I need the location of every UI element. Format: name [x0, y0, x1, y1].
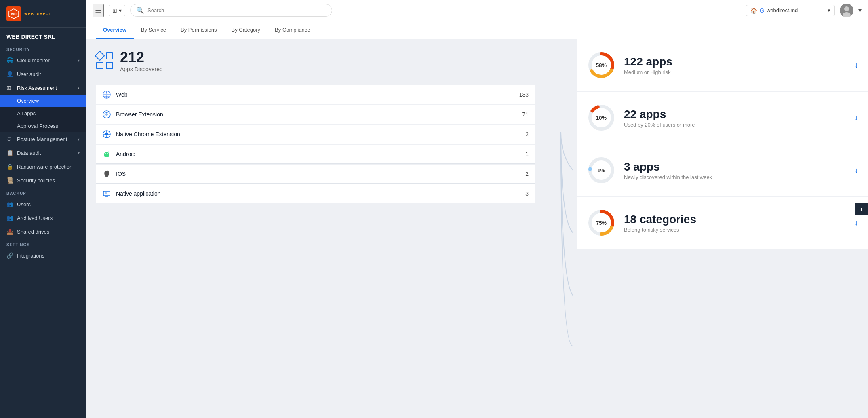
svg-point-21 [105, 153, 106, 154]
sidebar-item-label: Integrations [17, 253, 44, 259]
stat-card-risky-categories[interactable]: 75% 18 categories Belong to risky servic… [577, 197, 868, 249]
svg-rect-18 [105, 152, 108, 154]
app-name-native-app: Native application [116, 190, 525, 197]
diamond-icon [95, 51, 105, 61]
sidebar-item-label: Posture Management [17, 136, 67, 142]
stat-card-medium-high-risk[interactable]: 58% 122 apps Medium or High risk ↓ [577, 39, 868, 91]
content-area: Overview By Service By Permissions By Ca… [86, 21, 868, 418]
menu-button[interactable]: ☰ [93, 4, 104, 17]
chevron-up-icon: ▴ [78, 86, 80, 90]
app-row-ios[interactable]: IOS 2 [96, 165, 535, 184]
app-row-android[interactable]: Android 1 [96, 145, 535, 164]
chevron-down-icon: ▾ [78, 151, 80, 155]
overview-label: Overview [17, 98, 39, 104]
sidebar-item-users[interactable]: 👥 Users [0, 197, 86, 211]
avatar-chevron-icon: ▾ [858, 6, 862, 14]
stat-card-used-by-users[interactable]: 10% 22 apps Used by 20% of users or more… [577, 92, 868, 144]
app-row-native-app[interactable]: Native application 3 [96, 184, 535, 203]
archived-users-icon: 👥 [6, 215, 13, 221]
app-row-web[interactable]: Web 133 [96, 85, 535, 104]
stat-arrow-3[interactable]: ↓ [855, 166, 858, 175]
stat-text-1: 122 apps Medium or High risk [624, 55, 847, 75]
home-icon: 🏠 [750, 7, 757, 14]
svg-point-23 [107, 171, 109, 173]
browser-extension-icon [102, 110, 111, 119]
sidebar-item-label: Security policies [17, 177, 55, 184]
stat-arrow-1[interactable]: ↓ [855, 61, 858, 70]
tab-overview[interactable]: Overview [96, 21, 134, 39]
stat-arrow-4[interactable]: ↓ [855, 219, 858, 227]
avatar[interactable] [840, 4, 853, 17]
search-bar: 🔍 [130, 4, 332, 17]
apps-discovered-header: 212 Apps Discovered [96, 49, 535, 72]
svg-point-22 [107, 153, 108, 154]
sidebar-item-user-audit[interactable]: 👤 User audit [0, 67, 86, 81]
sidebar-item-shared-drives[interactable]: 📤 Shared drives [0, 225, 86, 239]
sidebar-item-integrations[interactable]: 🔗 Integrations [0, 249, 86, 262]
chevron-down-icon: ▾ [78, 58, 80, 63]
tab-by-service[interactable]: By Service [134, 21, 173, 39]
stat-count-3: 3 apps [624, 160, 847, 173]
shared-drives-icon: 📤 [6, 228, 13, 235]
tab-by-compliance[interactable]: By Compliance [268, 21, 317, 39]
data-audit-icon: 📋 [6, 150, 13, 156]
stat-arrow-2[interactable]: ↓ [855, 114, 858, 122]
posture-management-icon: 🛡 [6, 136, 13, 142]
sidebar-item-risk-assessment[interactable]: ⊞ Risk Assessment ▴ [0, 81, 86, 95]
ransomware-icon: 🔒 [6, 163, 13, 170]
tab-by-category[interactable]: By Category [224, 21, 268, 39]
domain-selector[interactable]: 🏠 G webdirect.md ▾ [746, 5, 835, 16]
sidebar-item-cloud-monitor[interactable]: 🌐 Cloud monitor ▾ [0, 53, 86, 67]
topbar-right: 🏠 G webdirect.md ▾ ▾ [746, 4, 862, 17]
square-icon-3 [106, 62, 113, 69]
sidebar-item-label: Ransomware protection [17, 164, 72, 170]
sidebar-sub-item-approval-process[interactable]: Approval Process [0, 120, 86, 132]
sidebar-item-label: User audit [17, 71, 41, 77]
svg-point-10 [105, 113, 108, 116]
grid-view-button[interactable]: ⊞ ▾ [109, 5, 125, 16]
app-name-web: Web [116, 91, 519, 98]
left-panel: 212 Apps Discovered [86, 39, 545, 418]
app-count-native-app: 3 [525, 190, 529, 197]
users-icon: 👥 [6, 201, 13, 207]
native-app-icon [102, 189, 111, 198]
sidebar-item-label: Risk Assessment [17, 85, 57, 91]
donut-label-2: 10% [596, 115, 607, 121]
sidebar-item-data-audit[interactable]: 📋 Data audit ▾ [0, 146, 86, 160]
sidebar-item-archived-users[interactable]: 👥 Archived Users [0, 211, 86, 225]
web-icon [102, 90, 111, 99]
svg-rect-27 [105, 192, 107, 194]
section-settings: SETTINGS [0, 239, 86, 249]
sidebar-item-label: Archived Users [17, 215, 53, 221]
sidebar-logo: WD WEB DIRECT [0, 0, 86, 28]
info-button[interactable]: i [855, 203, 868, 215]
sidebar-item-posture-management[interactable]: 🛡 Posture Management ▾ [0, 132, 86, 146]
donut-used-by-users: 10% [587, 103, 616, 132]
search-input[interactable] [147, 7, 326, 13]
square-icon-1 [106, 52, 113, 59]
section-security: SECURITY [0, 43, 86, 53]
donut-label-4: 75% [596, 220, 607, 226]
app-row-browser-extension[interactable]: Browser Extension 71 [96, 105, 535, 124]
grid-dropdown-arrow: ▾ [119, 7, 122, 14]
right-panel: 58% 122 apps Medium or High risk ↓ [577, 39, 868, 418]
sidebar-item-ransomware-protection[interactable]: 🔒 Ransomware protection [0, 160, 86, 173]
sidebar-sub-item-overview[interactable]: Overview [0, 95, 86, 107]
app-row-native-chrome[interactable]: Native Chrome Extension 2 [96, 125, 535, 144]
stat-count-2: 22 apps [624, 108, 847, 121]
sidebar-sub-item-all-apps[interactable]: All apps [0, 107, 86, 120]
app-count-ios: 2 [525, 171, 529, 177]
cloud-monitor-icon: 🌐 [6, 57, 13, 63]
svg-text:WD: WD [11, 12, 17, 16]
donut-label-1: 58% [596, 62, 607, 68]
tab-by-permissions[interactable]: By Permissions [173, 21, 224, 39]
logo-icon: WD [6, 6, 21, 21]
android-icon [102, 150, 111, 158]
sidebar-item-security-policies[interactable]: 📜 Security policies [0, 173, 86, 187]
google-icon: G [760, 7, 764, 14]
company-name: WEB DIRECT SRL [0, 28, 86, 43]
sidebar: WD WEB DIRECT WEB DIRECT SRL SECURITY 🌐 … [0, 0, 86, 418]
stat-desc-2: Used by 20% of users or more [624, 122, 847, 128]
square-icon-2 [96, 62, 103, 69]
stat-card-newly-discovered[interactable]: 1% 3 apps Newly discovered within the la… [577, 144, 868, 196]
